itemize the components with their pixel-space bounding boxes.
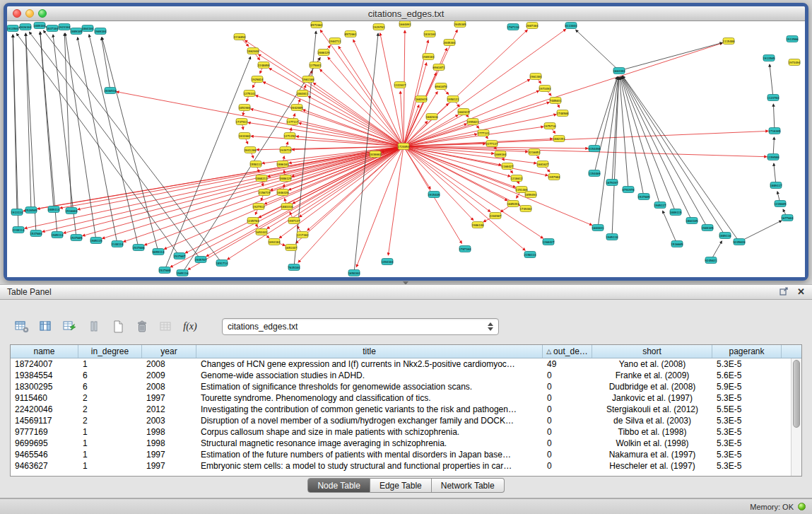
graph-node[interactable]: 1975710 bbox=[544, 123, 556, 129]
graph-node[interactable]: 1969105 bbox=[702, 225, 714, 231]
graph-node[interactable]: 1851904 bbox=[239, 105, 251, 111]
graph-node[interactable]: 1537606 bbox=[133, 245, 145, 251]
graph-node[interactable]: 1837104 bbox=[47, 25, 59, 32]
graph-node[interactable]: 1929701 bbox=[373, 24, 385, 30]
edit-table-icon[interactable] bbox=[59, 317, 81, 336]
tab-edge-table[interactable]: Edge Table bbox=[370, 478, 432, 493]
graph-node[interactable]: 1862040 bbox=[247, 48, 259, 54]
network-graph[interactable]: 1724054221689418620402248058192981412751… bbox=[7, 21, 805, 277]
graph-node[interactable]: 8113044 bbox=[565, 23, 577, 29]
graph-node[interactable]: 6961070 bbox=[435, 83, 447, 90]
graph-node[interactable]: 1737911 bbox=[236, 119, 248, 125]
column-header-title[interactable]: title bbox=[196, 345, 543, 358]
graph-node[interactable]: 1275141 bbox=[244, 90, 256, 97]
delete-table-icon[interactable] bbox=[131, 317, 153, 336]
table-row[interactable]: 946554611997Estimation of the future num… bbox=[11, 449, 801, 460]
table-select[interactable]: citations_edges.txt bbox=[222, 318, 499, 335]
graph-node[interactable]: 1748508 bbox=[557, 110, 569, 117]
graph-node[interactable]: 2006129 bbox=[318, 49, 330, 56]
graph-node[interactable]: 1160427 bbox=[502, 163, 514, 170]
graph-node[interactable]: 1123704 bbox=[767, 95, 779, 101]
column-header-in_degree[interactable]: in_degree bbox=[78, 345, 142, 358]
graph-node[interactable]: 1089117 bbox=[770, 182, 782, 189]
graph-node[interactable]: 3216051 bbox=[529, 149, 541, 156]
graph-node[interactable]: 1210612 bbox=[511, 175, 523, 182]
graph-node[interactable]: 1834104 bbox=[424, 31, 436, 37]
graph-node[interactable]: 1905116 bbox=[177, 270, 189, 276]
graph-node[interactable]: 2248114 bbox=[13, 227, 25, 233]
graph-node[interactable]: 1957984 bbox=[548, 174, 560, 180]
graph-node[interactable]: 6791970 bbox=[623, 187, 635, 193]
graph-node[interactable]: 1973493 bbox=[539, 86, 551, 92]
graph-node[interactable]: 1923104 bbox=[59, 24, 71, 30]
graph-node[interactable]: 9154490 bbox=[589, 146, 601, 152]
graph-node[interactable]: 8572062 bbox=[311, 22, 323, 28]
float-panel-icon[interactable] bbox=[779, 287, 789, 298]
graph-node[interactable]: 7485031 bbox=[550, 98, 562, 104]
graph-node[interactable]: 1177117 bbox=[287, 119, 299, 125]
column-header-year[interactable]: year bbox=[142, 345, 196, 358]
graph-node[interactable]: 2036510 bbox=[105, 88, 117, 94]
table-mode-icon[interactable] bbox=[11, 317, 33, 336]
graph-node[interactable]: 1724054 bbox=[398, 144, 410, 150]
graph-node[interactable]: 1777141 bbox=[478, 130, 490, 136]
graph-node[interactable]: 1494104 bbox=[382, 259, 394, 265]
table-row[interactable]: 1872400712008Changes of HCN gene express… bbox=[11, 358, 801, 370]
graph-node[interactable]: 1905117 bbox=[654, 202, 666, 209]
row-height-icon[interactable] bbox=[83, 317, 105, 336]
graph-node[interactable]: 1602616 bbox=[426, 114, 438, 120]
graph-node[interactable]: 1969104 bbox=[95, 28, 107, 35]
table-row[interactable]: 2242004622012Investigating the contribut… bbox=[11, 404, 801, 415]
graph-node[interactable]: 1961108 bbox=[302, 76, 314, 83]
table-row[interactable]: 977716911998Corpus callosum shape and si… bbox=[11, 426, 801, 438]
graph-node[interactable]: 2086129 bbox=[280, 175, 292, 182]
table-scrollbar-thumb[interactable] bbox=[793, 360, 800, 428]
graph-node[interactable]: 1913506 bbox=[787, 36, 799, 42]
table-row[interactable]: 1938455462009Genome-wide association stu… bbox=[11, 370, 801, 381]
table-scrollbar[interactable] bbox=[791, 358, 801, 476]
graph-node[interactable]: 1904711 bbox=[329, 38, 341, 45]
graph-node[interactable]: 1806103 bbox=[277, 161, 289, 168]
graph-node[interactable]: 1664091 bbox=[399, 21, 411, 28]
show-columns-icon[interactable] bbox=[35, 317, 57, 336]
graph-node[interactable]: 1749302 bbox=[520, 206, 532, 212]
new-table-icon[interactable] bbox=[107, 317, 129, 336]
tab-network-table[interactable]: Network Table bbox=[432, 478, 505, 493]
column-header-name[interactable]: name bbox=[11, 345, 78, 358]
close-panel-icon[interactable]: ✕ bbox=[797, 288, 805, 296]
graph-node[interactable]: 1275041 bbox=[310, 62, 322, 69]
graph-node[interactable]: 1271152 bbox=[284, 133, 296, 139]
table-row[interactable]: 911546021997Tourette syndrome. Phenomeno… bbox=[11, 392, 801, 404]
graph-node[interactable]: 1939719 bbox=[280, 147, 292, 153]
graph-node[interactable]: 1868211 bbox=[256, 175, 268, 182]
graph-node[interactable]: 1089105 bbox=[71, 28, 83, 35]
graph-node[interactable]: 1679197 bbox=[606, 180, 618, 186]
graph-node[interactable]: 1955821 bbox=[467, 119, 479, 125]
graph-node[interactable]: 1973494 bbox=[789, 59, 801, 66]
graph-node[interactable]: 9245020 bbox=[734, 239, 746, 245]
graph-node[interactable]: 1089114 bbox=[48, 206, 60, 213]
graph-node[interactable]: 2158114 bbox=[524, 252, 536, 258]
graph-node[interactable]: 2007304 bbox=[526, 23, 539, 29]
graph-node[interactable]: 2041200 bbox=[245, 147, 257, 153]
graph-node[interactable]: 1046320 bbox=[277, 189, 289, 196]
graph-node[interactable]: 1662615 bbox=[458, 109, 470, 115]
graph-node[interactable]: 1986140 bbox=[472, 222, 484, 228]
graph-node[interactable]: 1905115 bbox=[90, 238, 102, 244]
graph-node[interactable]: 1059493 bbox=[525, 192, 537, 198]
graph-node[interactable]: 1787104 bbox=[459, 246, 471, 252]
graph-node[interactable]: 1958121 bbox=[447, 96, 459, 103]
graph-node[interactable]: 1905118 bbox=[606, 234, 618, 240]
graph-node[interactable]: 2148114 bbox=[112, 241, 124, 247]
graph-node[interactable]: 1651447 bbox=[286, 245, 298, 251]
graph-node[interactable]: 1089104 bbox=[34, 23, 46, 29]
graph-node[interactable]: 1516605 bbox=[671, 241, 683, 247]
graph-node[interactable]: 1710305 bbox=[769, 128, 781, 134]
graph-node[interactable]: 2204907 bbox=[490, 213, 502, 219]
graph-node[interactable]: 2045304 bbox=[444, 40, 456, 46]
graph-node[interactable]: 1929814 bbox=[252, 76, 264, 83]
graph-node[interactable]: 1537609 bbox=[638, 194, 650, 200]
table-row[interactable]: 946362711997Embryonic stem cells: a mode… bbox=[11, 460, 801, 472]
column-header-pagerank[interactable]: pagerank bbox=[712, 345, 782, 358]
column-header-out_de[interactable]: △out_de… bbox=[543, 345, 592, 358]
